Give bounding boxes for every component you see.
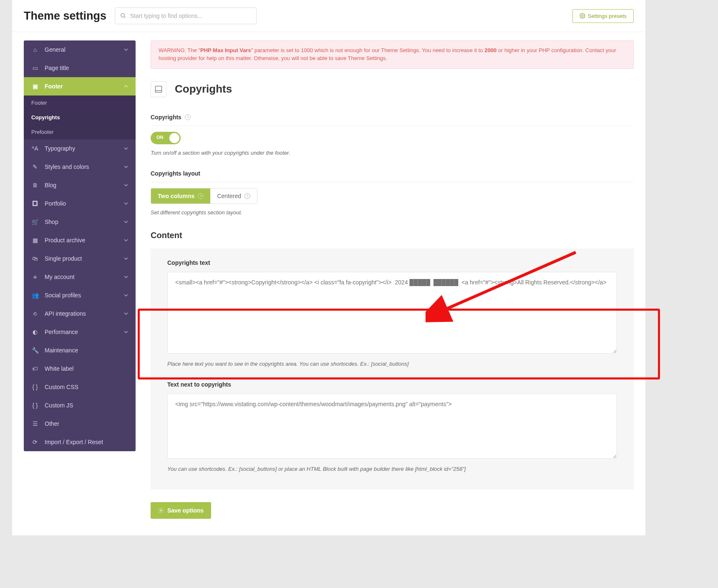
settings-presets-button[interactable]: Settings presets <box>572 9 634 23</box>
sidebar-item-page-title[interactable]: ▭Page title <box>24 59 136 77</box>
field-copyrights-toggle: Copyrights ? ON Turn on/off a section wi… <box>151 107 634 163</box>
help-icon[interactable]: ? <box>185 114 191 120</box>
svg-point-5 <box>160 510 162 512</box>
sidebar-item-product-archive[interactable]: ▦Product archive <box>24 231 136 249</box>
layout-icon: ▣ <box>31 83 39 90</box>
sidebar-item-styles-colors[interactable]: ✎Styles and colors <box>24 158 136 176</box>
sidebar-item-label: White label <box>45 365 73 372</box>
sidebar-item-api-integrations[interactable]: ⎋API integrations <box>24 304 136 323</box>
chevron-down-icon <box>124 312 128 316</box>
cart-icon: 🛒 <box>31 218 39 226</box>
sidebar-item-label: Portfolio <box>45 200 66 207</box>
layout-option-centered[interactable]: Centered? <box>210 188 257 204</box>
section-header: Copyrights <box>151 81 634 97</box>
toggle-label: ON <box>156 135 164 140</box>
help-icon: ? <box>244 193 250 199</box>
save-label: Save options <box>167 507 204 514</box>
sidebar-item-label: Typography <box>45 145 75 152</box>
doc-icon: 🗎 <box>31 181 39 189</box>
content-box: Copyrights text Place here text you want… <box>151 249 634 490</box>
sidebar-item-general[interactable]: ⌂General <box>24 40 136 59</box>
sidebar-item-shop[interactable]: 🛒Shop <box>24 213 136 231</box>
chevron-up-icon <box>124 84 128 88</box>
sidebar-item-performance[interactable]: ◐Performance <box>24 323 136 341</box>
settings-card: Theme settings Settings presets ⌂General… <box>12 0 646 536</box>
code-icon: { } <box>31 402 39 409</box>
sidebar-item-import-export[interactable]: ⟳Import / Export / Reset <box>24 433 136 451</box>
field-help: Place here text you want to see in the c… <box>167 360 617 368</box>
sidebar-item-label: Other <box>45 420 59 427</box>
user-exit-icon: ⎆ <box>31 273 39 281</box>
sidebar-sub-prefooter[interactable]: Prefooter <box>24 125 136 139</box>
search-input[interactable] <box>130 13 251 19</box>
search-wrapper[interactable] <box>115 8 257 24</box>
section-icon <box>151 81 166 97</box>
chevron-down-icon <box>124 48 128 52</box>
chevron-down-icon <box>124 293 128 297</box>
sidebar-item-my-account[interactable]: ⎆My account <box>24 268 136 286</box>
sidebar-item-label: General <box>45 46 66 53</box>
sidebar-item-portfolio[interactable]: 🞐Portfolio <box>24 194 136 213</box>
topbar: Theme settings Settings presets <box>12 0 645 32</box>
archive-icon: ▦ <box>31 236 39 244</box>
sidebar-item-social-profiles[interactable]: 👥Social profiles <box>24 286 136 304</box>
type-icon: ᴬA <box>31 145 39 152</box>
sidebar-item-label: Product archive <box>45 237 85 244</box>
refresh-icon: ⟳ <box>31 438 39 446</box>
sidebar-item-other[interactable]: ☰Other <box>24 415 136 433</box>
sidebar-item-label: Maintenance <box>45 347 78 354</box>
search-icon <box>120 13 126 19</box>
sidebar-item-blog[interactable]: 🗎Blog <box>24 176 136 194</box>
sidebar-item-label: API integrations <box>45 310 86 317</box>
sidebar: ⌂General ▭Page title ▣Footer Footer Copy… <box>24 40 136 451</box>
sidebar-submenu-footer: Footer Copyrights Prefooter <box>24 95 136 139</box>
layout-option-two-columns[interactable]: Two columns? <box>151 188 210 204</box>
sidebar-sub-footer[interactable]: Footer <box>24 95 136 110</box>
gear-icon <box>158 508 164 513</box>
content-heading: Content <box>151 231 634 240</box>
text-next-to-copyrights-textarea[interactable] <box>167 394 617 459</box>
help-icon: ? <box>198 193 204 199</box>
sidebar-item-custom-js[interactable]: { }Custom JS <box>24 396 136 415</box>
page-icon: ▭ <box>31 64 39 72</box>
sidebar-item-maintenance[interactable]: 🔧Maintenance <box>24 341 136 359</box>
sidebar-item-label: Styles and colors <box>45 163 89 170</box>
svg-point-2 <box>582 15 583 17</box>
sidebar-item-label: Custom CSS <box>45 384 78 390</box>
chevron-down-icon <box>124 220 128 224</box>
sidebar-sub-copyrights[interactable]: Copyrights <box>24 110 136 125</box>
chevron-down-icon <box>124 183 128 187</box>
gear-icon <box>579 13 585 19</box>
sidebar-item-label: Shop <box>45 219 58 225</box>
list-icon: ☰ <box>31 420 39 427</box>
briefcase-icon: 🞐 <box>31 200 39 207</box>
sidebar-item-label: My account <box>45 274 75 280</box>
bag-icon: 🛍 <box>31 255 39 262</box>
field-help: Set different copyrights section layout. <box>151 209 634 216</box>
warning-banner: WARNING: The "PHP Max Input Vars" parame… <box>151 40 634 69</box>
chevron-down-icon <box>124 275 128 279</box>
sidebar-item-label: Performance <box>45 329 78 335</box>
main-panel: WARNING: The "PHP Max Input Vars" parame… <box>151 40 634 519</box>
section-title: Copyrights <box>175 83 232 95</box>
copyrights-toggle[interactable]: ON <box>151 132 181 144</box>
wrench-icon: 🔧 <box>31 347 39 354</box>
field-copyrights-layout: Copyrights layout Two columns? Centered?… <box>151 163 634 223</box>
page-title: Theme settings <box>24 10 106 23</box>
sidebar-item-footer[interactable]: ▣Footer <box>24 77 136 95</box>
copyrights-text-label: Copyrights text <box>167 259 617 266</box>
field-label: Copyrights <box>151 114 181 121</box>
save-options-button[interactable]: Save options <box>151 502 211 519</box>
settings-presets-label: Settings presets <box>588 13 627 19</box>
sidebar-item-white-label[interactable]: 🏷White label <box>24 359 136 378</box>
field-help: You can use shortcodes. Ex.: [social_but… <box>167 465 617 473</box>
copyrights-text-textarea[interactable] <box>167 272 617 354</box>
sidebar-item-single-product[interactable]: 🛍Single product <box>24 249 136 268</box>
sidebar-item-typography[interactable]: ᴬATypography <box>24 139 136 158</box>
sidebar-item-label: Blog <box>45 182 56 188</box>
code-icon: { } <box>31 383 39 391</box>
field-help: Turn on/off a section with your copyrigh… <box>151 149 634 157</box>
sidebar-item-label: Import / Export / Reset <box>45 439 103 445</box>
layout-segmented: Two columns? Centered? <box>151 188 257 204</box>
sidebar-item-custom-css[interactable]: { }Custom CSS <box>24 378 136 396</box>
